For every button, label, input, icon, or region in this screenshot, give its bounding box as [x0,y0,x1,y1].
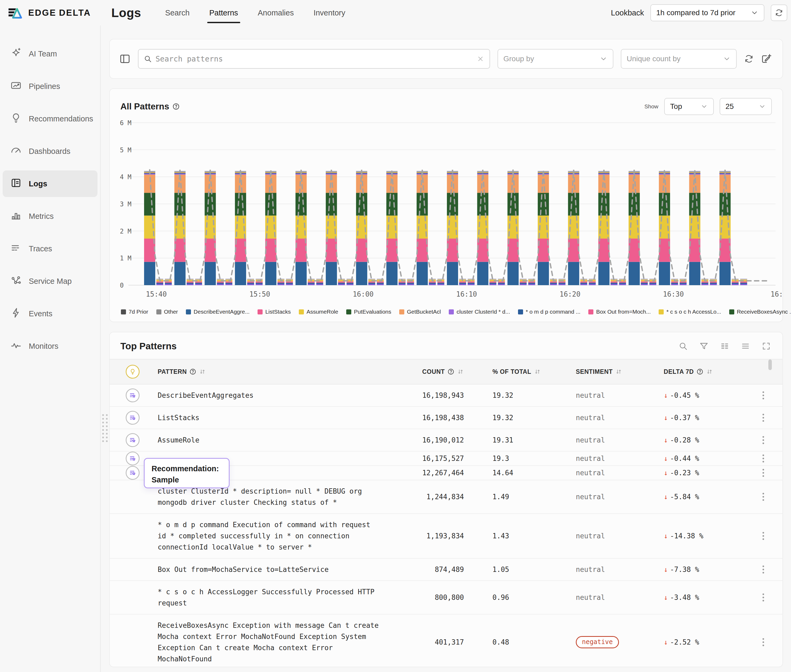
down-arrow-icon: ↓ [664,638,668,646]
sidebar-item-label: Logs [29,179,47,188]
patterns-stacked-bar-chart[interactable]: 01 M2 M3 M4 M5 M6 M15:4015:5016:0016:101… [110,119,783,305]
sidebar-item-label: Traces [29,245,52,253]
refresh-button[interactable] [771,5,787,21]
legend-item[interactable]: AssumeRole [299,309,338,315]
col-count[interactable]: COUNT [397,368,464,375]
svg-text:15:40: 15:40 [146,290,167,298]
help-icon[interactable] [172,103,180,110]
sidebar-item-label: Service Map [29,277,72,286]
legend-item[interactable]: cluster ClusterId * d... [449,309,510,315]
legend-item[interactable]: ListStacks [258,309,291,315]
table-row[interactable]: Box Out from=MochaService to=LatteServic… [110,558,783,581]
col-pattern[interactable]: PATTERN [158,368,397,375]
legend-item[interactable]: GetBucketAcl [399,309,441,315]
legend-item[interactable]: PutEvaluations [346,309,391,315]
row-actions-menu[interactable] [758,414,769,422]
save-query-plus-icon[interactable] [761,53,772,64]
rows-icon[interactable] [741,342,750,350]
col-delta-7d[interactable]: DELTA 7D [637,368,754,375]
row-menu-cell [754,638,783,646]
sort-icon[interactable] [457,368,464,375]
sort-icon[interactable] [615,368,622,375]
sidebar-item-ai-team[interactable]: AI Team [3,40,98,67]
sidebar-item-service-map[interactable]: Service Map [3,268,98,294]
sidebar-item-traces[interactable]: Traces [3,235,98,262]
col-pct-of-total[interactable]: % OF TOTAL [464,368,549,375]
pct-of-total-value: 19.31 [464,436,549,444]
row-actions-menu[interactable] [758,454,769,462]
row-actions-menu[interactable] [758,638,769,646]
count-value: 1,193,834 [397,532,464,540]
sentiment-cell: neutral [549,532,637,540]
refresh-icon[interactable] [744,54,754,64]
table-row[interactable]: * c s o c h AccessLogger Successfully Pr… [110,581,783,614]
svg-text:1 M: 1 M [120,254,131,262]
legend-item[interactable]: * c s o c h AccessLo... [659,309,721,315]
pattern-recommendation-icon[interactable] [126,389,139,402]
sidebar-item-label: Events [29,309,53,318]
row-actions-menu[interactable] [758,469,769,477]
unique-count-by-select[interactable]: Unique count by [621,49,737,69]
sentiment-neutral-label: neutral [576,391,605,399]
table-row[interactable]: AssumeRole16,190,01219.31neutral↓-0.28 % [110,429,783,451]
lookback-select[interactable]: 1h compared to 7d prior [650,4,764,21]
legend-label: 7d Prior [129,309,148,315]
filter-icon[interactable] [700,342,708,350]
row-actions-menu[interactable] [758,565,769,573]
search-icon[interactable] [679,342,688,350]
pattern-recommendation-icon[interactable] [126,451,139,466]
group-by-select[interactable]: Group by [498,49,613,69]
legend-item[interactable]: Other [156,309,178,315]
sidebar-item-pipelines[interactable]: Pipelines [3,73,98,99]
table-row[interactable]: DescribeEventAggregates16,198,94319.32ne… [110,384,783,407]
legend-item[interactable]: ReceiveBoxesAsync ... [729,309,791,315]
pattern-recommendation-icon[interactable] [126,466,139,480]
sidebar-resize-handle[interactable] [102,414,107,442]
sidebar-item-monitors[interactable]: Monitors [3,333,98,360]
svg-text:6 M: 6 M [120,119,131,127]
pattern-recommendation-icon[interactable] [126,411,139,425]
sort-icon[interactable] [706,368,713,375]
search-patterns-input[interactable] [155,54,473,63]
row-actions-menu[interactable] [758,436,769,444]
table-row[interactable]: * o m d p command Execution of command w… [110,514,783,558]
count-value: 16,198,438 [397,414,464,422]
legend-item[interactable]: DescribeEventAggre... [186,309,250,315]
row-actions-menu[interactable] [758,391,769,399]
sidebar-item-events[interactable]: Events [3,300,98,327]
row-actions-menu[interactable] [758,594,769,602]
row-actions-menu[interactable] [758,532,769,540]
all-patterns-title: All Patterns [120,101,180,112]
legend-item[interactable]: * o m d p command ... [518,309,580,315]
legend-swatch [258,309,263,314]
show-label: Show [644,103,658,110]
table-row[interactable]: ListStacks16,198,43819.32neutral↓-0.37 % [110,407,783,429]
panel-toggle-icon[interactable] [119,53,131,64]
table-scrollbar-thumb[interactable] [769,360,772,370]
tab-patterns[interactable]: Patterns [209,7,239,19]
delta-7d-cell: ↓-0.37 % [637,414,754,422]
pattern-recommendation-icon[interactable] [126,433,139,447]
show-top-select[interactable]: Top [664,98,714,115]
sidebar-item-metrics[interactable]: Metrics [3,203,98,229]
tab-search[interactable]: Search [165,7,190,19]
tab-anomalies[interactable]: Anomalies [257,7,294,19]
col-sentiment[interactable]: SENTIMENT [549,368,637,375]
legend-item[interactable]: 7d Prior [121,309,148,315]
delta-7d-value: -2.52 % [670,638,700,646]
show-count-select[interactable]: 25 [720,98,772,115]
sidebar-item-dashboards[interactable]: Dashboards [3,138,98,165]
sidebar-item-logs[interactable]: Logs [3,170,98,197]
sort-icon[interactable] [534,368,541,375]
row-actions-menu[interactable] [758,493,769,501]
sort-icon[interactable] [199,368,206,375]
clear-search-icon[interactable] [477,55,484,62]
table-row[interactable]: ReceiveBoxesAsync Exception with message… [110,614,783,667]
lightning-icon [10,307,22,320]
legend-item[interactable]: Box Out from=Moch... [588,309,651,315]
columns-icon[interactable] [720,342,729,350]
tab-inventory[interactable]: Inventory [313,7,346,19]
expand-icon[interactable] [762,342,771,350]
sidebar-item-recommendations[interactable]: Recommendations [3,106,98,132]
sidebar-item-label: Recommendations [29,115,93,123]
